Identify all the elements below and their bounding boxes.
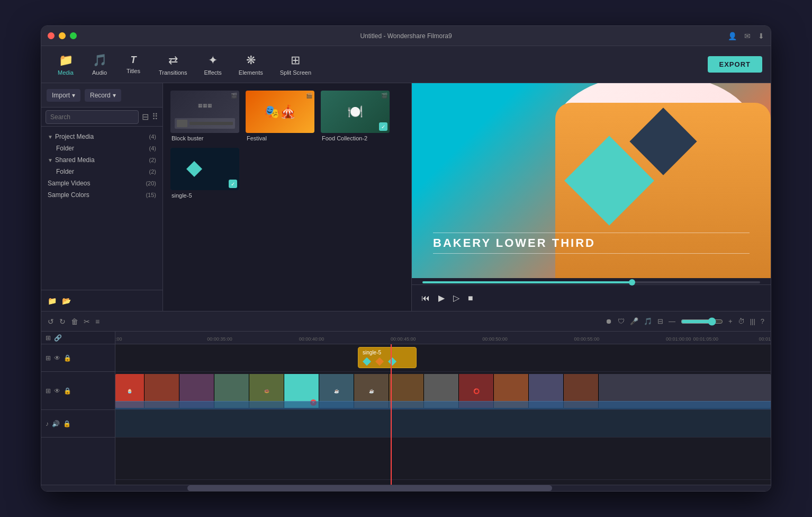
add-sub-folder-button[interactable]: 📂 (62, 297, 71, 305)
minimize-button[interactable] (59, 32, 66, 39)
columns-icon[interactable]: ||| (750, 317, 755, 325)
splitscreen-icon: ⊞ (291, 54, 300, 67)
user-icon[interactable]: 👤 (728, 32, 737, 40)
clip-diamond-3 (388, 358, 396, 366)
redo-button[interactable]: ↻ (59, 317, 66, 326)
media-tree: ▼ Project Media (4) Folder (4) ▼ Shared … (41, 127, 163, 290)
clock-icon[interactable]: ⏱ (738, 317, 745, 325)
folder2-count: (2) (149, 168, 156, 175)
tree-item-folder-2[interactable]: Folder (2) (41, 166, 163, 177)
media-thumb-single5: ✓ (170, 148, 239, 190)
audio-track-label: ♪ 🔊 🔒 (41, 410, 115, 438)
skip-back-button[interactable]: ⏮ (418, 291, 433, 305)
progress-bar[interactable] (422, 281, 760, 283)
list-button[interactable]: ≡ (95, 317, 100, 326)
media-item-single5[interactable]: ✓ single-5 (170, 148, 239, 199)
search-input[interactable] (46, 110, 139, 124)
preview-video: BAKERY LOWER THIRD (412, 83, 771, 278)
film-icon-3: 🎬 (381, 93, 387, 99)
settings-icon[interactable]: ⊟ (657, 317, 663, 325)
close-button[interactable] (48, 32, 55, 39)
play-button[interactable]: ▶ (435, 291, 448, 305)
overlay-lock-icon[interactable]: 🔒 (64, 354, 71, 362)
search-bar: ⊟ ⠿ (41, 108, 163, 127)
splitscreen-label: Split Screen (280, 69, 311, 76)
window-controls (48, 32, 77, 39)
sample-videos-count: (20) (146, 180, 156, 186)
tree-item-sample-videos[interactable]: Sample Videos (20) (41, 177, 163, 189)
import-button[interactable]: Import ▾ (47, 89, 80, 102)
fit-button[interactable]: ⊞ (46, 334, 51, 342)
audio-icon: 🎵 (93, 54, 107, 67)
mic-icon[interactable]: 🎤 (630, 317, 638, 325)
media-item-blockbuster[interactable]: ▦▦▦ 🎬 Block buster (170, 91, 239, 141)
toolbar-item-media[interactable]: 📁 Media (50, 50, 82, 79)
toolbar-item-effects[interactable]: ✦ Effects (196, 50, 229, 79)
link-button[interactable]: 🔗 (54, 334, 62, 342)
audio-speaker-icon[interactable]: 🔊 (52, 420, 60, 427)
media-item-food[interactable]: 🍽️ 🎬 ✓ Food Collection-2 (321, 91, 390, 141)
minus-zoom-icon[interactable]: — (669, 317, 675, 325)
download-icon[interactable]: ⬇ (758, 32, 764, 40)
filter-icon[interactable]: ⊟ (142, 112, 149, 122)
progress-thumb (629, 279, 635, 286)
toolbar-item-transitions[interactable]: ⇄ Transitions (151, 50, 194, 79)
undo-button[interactable]: ↺ (48, 317, 54, 326)
food-check: ✓ (379, 122, 387, 131)
music-icon[interactable]: 🎵 (644, 317, 652, 325)
import-label: Import (52, 92, 70, 99)
tree-item-folder-1[interactable]: Folder (4) (41, 142, 163, 154)
overlay-eye-icon[interactable]: 👁 (54, 354, 60, 362)
video-lock-icon[interactable]: 🔒 (64, 387, 71, 395)
audio-lock-icon[interactable]: 🔒 (63, 420, 71, 427)
ruler-tick-7: 00:01:00:00 (666, 336, 691, 342)
zoom-slider[interactable] (681, 317, 723, 326)
toolbar-item-titles[interactable]: T Titles (118, 51, 149, 77)
record-button[interactable]: Record ▾ (85, 89, 121, 102)
export-button[interactable]: EXPORT (708, 56, 762, 73)
bakery-title-text: BAKERY LOWER THIRD (433, 236, 750, 250)
overlay-clip[interactable]: single-5 (358, 347, 417, 368)
delete-button[interactable]: 🗑 (71, 317, 78, 326)
folder-label: Folder (56, 145, 74, 152)
media-item-festival[interactable]: 🎭🎪 🎬 Festival (246, 91, 314, 141)
maximize-button[interactable] (70, 32, 77, 39)
ruler-tick-4: 00:00:45:00 (391, 336, 416, 342)
tracks-area: single-5 (115, 344, 771, 485)
preview-panel: BAKERY LOWER THIRD ⏮ ▶ ▷ ■ (412, 83, 771, 311)
timeline-scrollbar[interactable] (41, 485, 771, 491)
video-eye-icon[interactable]: 👁 (54, 387, 60, 395)
cut-button[interactable]: ✂ (84, 317, 90, 326)
scrollbar-thumb[interactable] (187, 485, 552, 491)
video-grid-icon[interactable]: ⊞ (46, 387, 51, 395)
tree-item-shared-media[interactable]: ▼ Shared Media (2) (41, 154, 163, 166)
tree-item-project-media[interactable]: ▼ Project Media (4) (41, 131, 163, 142)
festival-label: Festival (246, 135, 314, 141)
shield-icon[interactable]: 🛡 (618, 317, 625, 325)
toolbar-item-audio[interactable]: 🎵 Audio (84, 50, 115, 79)
audio-note-icon[interactable]: ♪ (46, 420, 49, 427)
food-label: Food Collection-2 (321, 135, 390, 141)
plus-zoom-icon[interactable]: + (728, 317, 733, 325)
elements-icon: ❋ (246, 54, 256, 67)
stop-button[interactable]: ■ (465, 291, 476, 305)
import-chevron-icon: ▾ (72, 92, 75, 99)
record-icon[interactable]: ⏺ (606, 317, 612, 325)
media-thumb-food: 🍽️ 🎬 ✓ (321, 91, 390, 133)
timeline-toolbar: ↺ ↻ 🗑 ✂ ≡ ⏺ 🛡 🎤 🎵 ⊟ — + ⏱ ||| ? (41, 311, 771, 332)
tree-item-sample-colors[interactable]: Sample Colors (15) (41, 189, 163, 201)
toolbar-item-splitscreen[interactable]: ⊞ Split Screen (273, 50, 319, 79)
tree-item-count: (4) (149, 133, 156, 140)
timeline-section: ↺ ↻ 🗑 ✂ ≡ ⏺ 🛡 🎤 🎵 ⊟ — + ⏱ ||| ? (41, 311, 771, 491)
video-track-row: 🧁 🍩 ✕ ☕ ☕ ⭕ (115, 372, 771, 410)
mail-icon[interactable]: ✉ (744, 32, 751, 40)
add-folder-button[interactable]: 📁 (48, 297, 57, 305)
timeline-ruler: :00 00:00:35:00 00:00:40:00 00:00:45:00 … (115, 332, 771, 344)
window-title: Untitled - Wondershare Filmora9 (360, 32, 452, 40)
toolbar-item-elements[interactable]: ❋ Elements (231, 50, 270, 79)
grid-icon[interactable]: ⠿ (152, 112, 158, 122)
play-forward-button[interactable]: ▷ (450, 291, 463, 305)
overlay-grid-icon[interactable]: ⊞ (46, 354, 51, 362)
help-icon[interactable]: ? (761, 317, 764, 325)
transitions-icon: ⇄ (168, 54, 178, 67)
